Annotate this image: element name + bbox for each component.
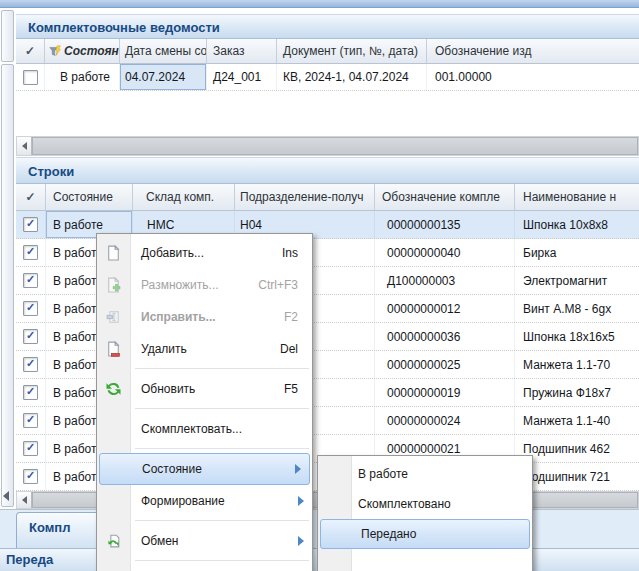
row-checkbox-cell: ✓ <box>16 295 46 322</box>
menu-separator <box>135 560 309 562</box>
submenu-arrow-icon <box>298 536 304 546</box>
menu-item-formation[interactable]: Формирование <box>97 485 312 517</box>
menu-item-state[interactable]: Состояние <box>99 453 310 485</box>
state-submenu: В работе Скомплектовано Передано <box>317 455 533 571</box>
row-name-cell[interactable]: Пружина Ф18x7 <box>515 379 639 406</box>
row-checkbox[interactable]: ✓ <box>23 245 38 260</box>
documents-document-column-header[interactable]: Документ (тип, №, дата) <box>277 39 427 64</box>
row-checkbox[interactable]: ✓ <box>23 217 38 232</box>
row-code-cell[interactable]: 00000000019 <box>375 379 515 406</box>
menu-item-exchange[interactable]: Обмен <box>97 525 312 557</box>
check-column-icon: ✓ <box>16 190 45 204</box>
row-name-cell[interactable]: Манжета 1.1-70 <box>515 351 639 378</box>
row-checkbox-cell: ✓ <box>16 435 46 462</box>
exchange-icon <box>105 533 122 550</box>
check-column-icon: ✓ <box>16 44 44 58</box>
row-checkbox-cell: ✓ <box>16 463 46 490</box>
submenu-item-assembled[interactable]: Скомплектовано <box>318 489 532 519</box>
documents-order-column-header[interactable]: Заказ <box>207 39 277 64</box>
left-splitter-top[interactable] <box>1 10 14 62</box>
documents-panel-title: Комплектовочные ведомости <box>16 14 639 39</box>
documents-row-designation-cell[interactable]: 001.00000 <box>427 64 639 90</box>
scroll-left-arrow-icon[interactable] <box>17 492 32 508</box>
row-checkbox-cell: ✓ <box>16 379 46 406</box>
row-name-cell[interactable]: Винт А.М8 - 6gx <box>515 295 639 322</box>
row-name-cell[interactable]: Подшипник 721 <box>515 463 639 490</box>
submenu-item-transferred[interactable]: Передано <box>320 519 530 549</box>
rows-code-column-header[interactable]: Обозначение компле <box>375 184 515 211</box>
row-checkbox[interactable]: ✓ <box>23 469 38 484</box>
submenu-arrow-icon <box>295 464 301 474</box>
row-checkbox-cell: ✓ <box>16 407 46 434</box>
row-code-cell[interactable]: 00000000036 <box>375 323 515 350</box>
submenu-item-in-work[interactable]: В работе <box>318 459 532 489</box>
menu-item-assemble[interactable]: Скомплектовать... <box>97 413 312 445</box>
rows-warehouse-column-header[interactable]: Склад комп. <box>133 184 235 211</box>
documents-state-column-header[interactable]: Состояни <box>45 39 120 64</box>
row-checkbox[interactable]: ✓ <box>23 273 38 288</box>
left-splitter-main[interactable] <box>1 64 14 507</box>
erp-window: Комплектовочные ведомости ✓ Состояни Дат… <box>0 0 639 571</box>
menu-separator <box>135 520 309 522</box>
row-name-cell[interactable]: Бирка <box>515 239 639 266</box>
refresh-icon <box>105 381 122 398</box>
rows-department-column-header[interactable]: Подразделение-получ <box>235 184 375 211</box>
duplicate-document-icon <box>105 277 122 294</box>
window-top-strip <box>0 0 639 8</box>
context-menu: Добавить... Ins Размножить... Ctrl+F3 <box>96 233 313 571</box>
row-name-cell[interactable]: Подшипник 462 <box>515 435 639 462</box>
documents-check-column-header[interactable]: ✓ <box>16 39 45 64</box>
row-name-cell[interactable]: Электромагнит <box>515 267 639 294</box>
menu-item-add[interactable]: Добавить... Ins <box>97 237 312 269</box>
row-checkbox-cell: ✓ <box>16 239 46 266</box>
row-code-cell[interactable]: Д100000003 <box>375 267 515 294</box>
menu-separator <box>135 368 309 370</box>
rows-table-header: ✓ Состояние Склад комп. Подразделение-по… <box>16 184 639 211</box>
row-checkbox[interactable]: ✓ <box>23 357 38 372</box>
row-checkbox-cell: ✓ <box>16 211 46 238</box>
row-code-cell[interactable]: 00000000135 <box>375 211 515 238</box>
documents-row-document-cell[interactable]: КВ, 2024-1, 04.07.2024 <box>277 64 427 90</box>
row-name-cell[interactable]: Шпонка 18x16x5 <box>515 323 639 350</box>
row-code-cell[interactable]: 00000000012 <box>375 295 515 322</box>
collapse-left-arrow-icon[interactable] <box>3 491 9 501</box>
submenu-item-cutoff[interactable] <box>318 549 532 571</box>
menu-item-delete[interactable]: Удалить Del <box>97 333 312 365</box>
row-checkbox[interactable]: ✓ <box>23 329 38 344</box>
rows-state-column-header[interactable]: Состояние <box>46 184 133 211</box>
menu-item-refresh[interactable]: Обновить F5 <box>97 373 312 405</box>
documents-row-order-cell[interactable]: Д24_001 <box>207 64 277 90</box>
menu-item-duplicate[interactable]: Размножить... Ctrl+F3 <box>97 269 312 301</box>
documents-date-column-header[interactable]: Дата смены сос <box>120 39 207 64</box>
row-checkbox[interactable]: ✓ <box>23 413 38 428</box>
menu-item-cutoff[interactable] <box>97 565 312 571</box>
row-code-cell[interactable]: 00000000025 <box>375 351 515 378</box>
documents-hscrollbar[interactable] <box>16 136 639 156</box>
row-name-cell[interactable]: Шпонка 10x8x8 <box>515 211 639 238</box>
row-code-cell[interactable]: 00000000024 <box>375 407 515 434</box>
documents-row-checkbox-cell <box>16 64 45 90</box>
filter-lightning-icon <box>49 45 62 58</box>
menu-separator <box>135 448 309 450</box>
row-checkbox[interactable]: ✓ <box>23 301 38 316</box>
documents-table-row[interactable]: В работе 04.07.2024 Д24_001 КВ, 2024-1, … <box>16 64 639 91</box>
row-checkbox[interactable]: ✓ <box>23 441 38 456</box>
row-checkbox-cell: ✓ <box>16 267 46 294</box>
documents-hscrollbar-thumb[interactable] <box>32 137 638 155</box>
documents-table-header: ✓ Состояни Дата смены сос Заказ Документ… <box>16 39 639 64</box>
documents-state-column-label: Состояни <box>64 44 120 58</box>
new-document-icon <box>105 245 122 262</box>
row-checkbox[interactable]: ✓ <box>23 385 38 400</box>
menu-item-edit[interactable]: Исправить... F2 <box>97 301 312 333</box>
documents-row-date-cell[interactable]: 04.07.2024 <box>120 64 207 90</box>
documents-designation-column-header[interactable]: Обозначение изд <box>427 39 639 64</box>
delete-document-icon <box>105 341 122 358</box>
row-checkbox-cell: ✓ <box>16 351 46 378</box>
scroll-left-arrow-icon[interactable] <box>17 137 32 155</box>
documents-row-checkbox[interactable] <box>23 70 38 85</box>
rows-name-column-header[interactable]: Наименование н <box>515 184 639 211</box>
row-code-cell[interactable]: 00000000040 <box>375 239 515 266</box>
rows-check-column-header[interactable]: ✓ <box>16 184 46 211</box>
documents-row-state-cell[interactable]: В работе <box>45 64 120 90</box>
row-name-cell[interactable]: Манжета 1.1-40 <box>515 407 639 434</box>
